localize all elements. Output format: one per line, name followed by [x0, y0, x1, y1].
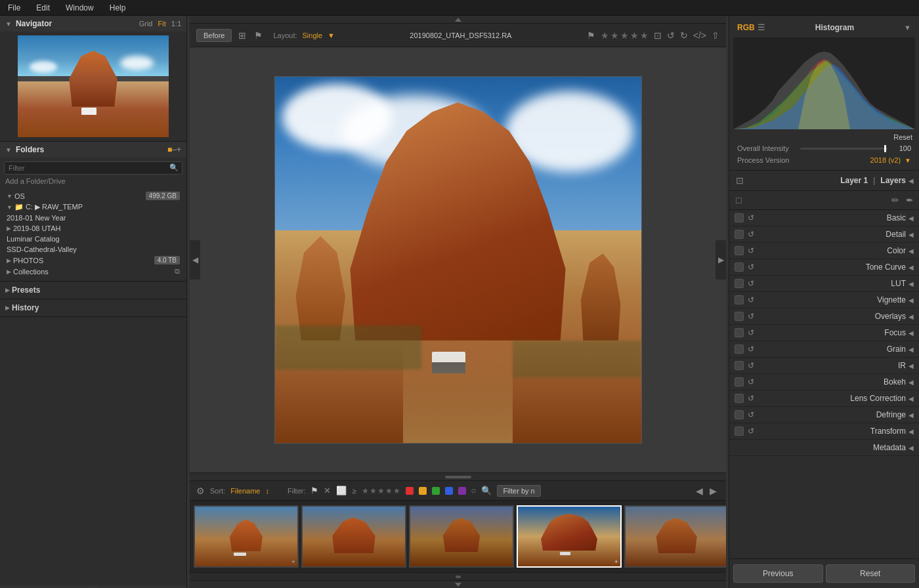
- adj-ir-reset[interactable]: ↺: [748, 361, 754, 370]
- folders-minus-btn[interactable]: –: [172, 145, 177, 154]
- histogram-reset-btn[interactable]: Reset: [733, 132, 915, 142]
- pencil-tool-icon[interactable]: ✒: [906, 195, 914, 205]
- toolbar-share-icon[interactable]: ⇧: [712, 30, 719, 41]
- toolbar-code-icon[interactable]: </>: [693, 30, 706, 41]
- sort-direction-icon[interactable]: ↕: [265, 487, 269, 495]
- adj-lut-toggle[interactable]: [735, 279, 744, 288]
- adj-basic-toggle[interactable]: [735, 213, 744, 222]
- navigator-1to1-btn[interactable]: 1:1: [171, 20, 181, 28]
- adj-lens-correction[interactable]: ↺ Lens Correction ◀: [729, 390, 919, 407]
- adj-vignette-toggle[interactable]: [735, 295, 744, 304]
- adj-tone-curve[interactable]: ↺ Tone Curve ◀: [729, 259, 919, 276]
- menu-edit[interactable]: Edit: [33, 2, 53, 14]
- adj-overlays-toggle[interactable]: [735, 312, 744, 321]
- adj-tone-curve-reset[interactable]: ↺: [748, 262, 754, 272]
- adj-color-toggle[interactable]: [735, 246, 744, 255]
- navigator-fit-btn[interactable]: Fit: [158, 20, 165, 28]
- adj-defringe-reset[interactable]: ↺: [748, 410, 754, 419]
- menu-window[interactable]: Window: [63, 2, 96, 14]
- scroll-down-btn[interactable]: [455, 583, 461, 587]
- filter-star-1[interactable]: ★: [362, 486, 369, 495]
- adj-basic-reset[interactable]: ↺: [748, 213, 754, 222]
- folders-plus-btn[interactable]: +: [177, 145, 181, 154]
- filter-flag-icon[interactable]: ⚑: [310, 486, 318, 495]
- filter-star-4[interactable]: ★: [385, 486, 393, 495]
- folder-2018[interactable]: 2018-01 New Year: [4, 213, 182, 223]
- adj-detail-toggle[interactable]: [735, 230, 744, 239]
- adj-focus-arrow[interactable]: ◀: [908, 329, 914, 337]
- folder-os[interactable]: ▼ OS 499.2 GB: [4, 190, 182, 201]
- adj-focus-toggle[interactable]: [735, 328, 744, 337]
- view-icon-grid[interactable]: ⊞: [237, 29, 247, 42]
- filter-blue-dot[interactable]: [445, 487, 453, 495]
- toolbar-rotate-left-icon[interactable]: ↺: [667, 30, 675, 41]
- filter-red-dot[interactable]: [406, 487, 414, 495]
- rgb-label[interactable]: RGB: [737, 23, 755, 32]
- scroll-divider-bar[interactable]: [445, 476, 471, 478]
- filter-rect-icon[interactable]: ⬜: [336, 486, 347, 495]
- adj-color-reset[interactable]: ↺: [748, 246, 754, 255]
- filter-purple-dot[interactable]: [458, 487, 466, 495]
- before-button[interactable]: Before: [196, 29, 232, 42]
- adj-bokeh[interactable]: ↺ Bokeh ◀: [729, 374, 919, 390]
- pen-tool-icon[interactable]: ✏: [891, 195, 899, 205]
- filmstrip-thumb-5[interactable]: [624, 505, 726, 568]
- adj-bokeh-reset[interactable]: ↺: [748, 377, 754, 387]
- toolbar-crop-icon[interactable]: ⊡: [654, 30, 662, 41]
- left-panel-resize-handle[interactable]: · · ·: [0, 585, 186, 588]
- adj-grain-toggle[interactable]: [735, 345, 744, 354]
- adj-transform-reset[interactable]: ↺: [748, 427, 754, 436]
- adj-defringe-arrow[interactable]: ◀: [908, 411, 914, 419]
- menu-file[interactable]: File: [5, 2, 23, 14]
- adj-detail[interactable]: ↺ Detail ◀: [729, 226, 919, 243]
- filmstrip-settings-icon[interactable]: ⚙: [196, 486, 205, 496]
- square-tool-icon[interactable]: □: [735, 194, 742, 207]
- next-image-btn[interactable]: ▶: [716, 240, 726, 280]
- adj-detail-reset[interactable]: ↺: [748, 230, 754, 239]
- history-header[interactable]: ▶ History: [0, 299, 186, 316]
- filter-star-3[interactable]: ★: [377, 486, 385, 495]
- star-5[interactable]: ★: [640, 30, 649, 41]
- folder-ssd[interactable]: SSD-Cathedral-Valley: [4, 244, 182, 255]
- adj-tone-curve-arrow[interactable]: ◀: [908, 264, 914, 271]
- adj-grain-arrow[interactable]: ◀: [908, 346, 914, 353]
- filter-green-dot[interactable]: [432, 487, 440, 495]
- sort-value[interactable]: Filename: [230, 487, 260, 495]
- adj-bokeh-arrow[interactable]: ◀: [908, 379, 914, 386]
- previous-button[interactable]: Previous: [733, 564, 823, 583]
- scroll-up-btn[interactable]: [455, 18, 461, 22]
- adj-metadata[interactable]: Metadata ◀: [729, 440, 919, 456]
- navigator-grid-btn[interactable]: Grid: [139, 20, 153, 28]
- adj-ir-arrow[interactable]: ◀: [908, 362, 914, 369]
- adj-vignette[interactable]: ↺ Vignette ◀: [729, 292, 919, 308]
- adj-lens-correction-reset[interactable]: ↺: [748, 394, 754, 403]
- folder-photos[interactable]: ▶ PHOTOS 4.0 TB: [4, 255, 182, 266]
- adj-transform-toggle[interactable]: [735, 427, 744, 436]
- filter-star-2[interactable]: ★: [370, 486, 377, 495]
- adj-lut[interactable]: ↺ LUT ◀: [729, 276, 919, 292]
- reset-button[interactable]: Reset: [826, 564, 916, 583]
- adj-ir[interactable]: ↺ IR ◀: [729, 358, 919, 374]
- histogram-menu-icon[interactable]: ☰: [758, 22, 765, 32]
- adj-basic[interactable]: ↺ Basic ◀: [729, 210, 919, 226]
- adj-color-arrow[interactable]: ◀: [908, 247, 914, 255]
- filmstrip-thumb-4[interactable]: ✦: [517, 505, 622, 568]
- star-1[interactable]: ★: [601, 30, 609, 41]
- navigator-header[interactable]: ▼ Navigator Grid Fit 1:1: [0, 16, 186, 32]
- presets-header[interactable]: ▶ Presets: [0, 282, 186, 299]
- filmstrip-thumb-2[interactable]: [301, 505, 406, 568]
- filter-yellow-dot[interactable]: [419, 487, 427, 495]
- adj-lens-correction-arrow[interactable]: ◀: [908, 395, 914, 402]
- adj-detail-arrow[interactable]: ◀: [908, 231, 914, 238]
- add-folder-btn[interactable]: Add a Folder/Drive: [4, 175, 182, 188]
- filter-x-icon[interactable]: ✕: [324, 486, 331, 495]
- filmstrip-next-btn[interactable]: ▶: [707, 484, 719, 497]
- adj-vignette-arrow[interactable]: ◀: [908, 297, 914, 304]
- folder-utah[interactable]: ▶ 2019-08 UTAH: [4, 223, 182, 234]
- toolbar-flag-icon[interactable]: ⚑: [587, 30, 595, 41]
- histogram-dropdown-icon[interactable]: ▼: [904, 24, 911, 32]
- layers-arrow[interactable]: ◀: [908, 177, 914, 184]
- toolbar-rotate-right-icon[interactable]: ↻: [680, 30, 688, 41]
- adj-lens-correction-toggle[interactable]: [735, 394, 744, 403]
- filmstrip-thumb-3[interactable]: [409, 505, 514, 568]
